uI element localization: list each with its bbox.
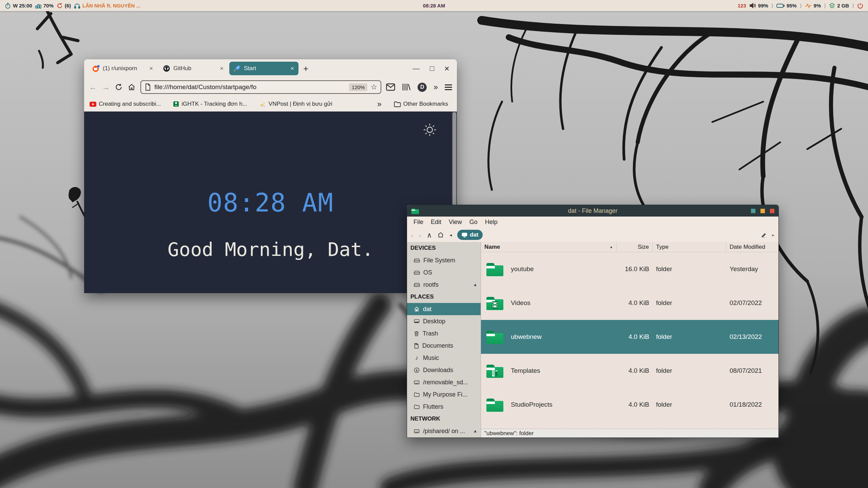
tab-unixporn[interactable]: (1) r/unixporn ×	[88, 62, 157, 75]
tab-close-icon[interactable]: ×	[289, 65, 295, 72]
tab-close-icon[interactable]: ×	[219, 65, 225, 72]
back-button[interactable]: ←	[89, 83, 97, 91]
forward-button[interactable]: →	[102, 83, 110, 91]
sort-ascending-icon: ▲	[610, 245, 613, 249]
fm-path-button[interactable]: dat	[457, 230, 483, 240]
fm-home-button[interactable]	[437, 231, 444, 238]
fm-close-button[interactable]	[770, 209, 774, 213]
ram-module[interactable]: 2 GB	[829, 3, 849, 9]
sidebar-item-flutters[interactable]: Flutters	[407, 401, 481, 413]
tab-close-icon[interactable]: ×	[148, 65, 154, 72]
sidebar-item-file-system[interactable]: File System	[407, 254, 481, 266]
sidebar-header-places: PLACES	[407, 291, 481, 303]
bookmark-youtube[interactable]: Creating and subscribi...	[90, 101, 161, 107]
power-icon[interactable]	[857, 3, 863, 9]
fm-menu-bar: File Edit View Go Help	[407, 217, 778, 228]
bookmarks-overflow-icon[interactable]: »	[377, 100, 382, 109]
browser-tab-bar: (1) r/unixporn × GitHub × Start × + — □ …	[84, 59, 457, 78]
startpage-content: 08:28 AM Good Morning, Dat.	[84, 111, 457, 293]
tab-github[interactable]: GitHub ×	[159, 62, 228, 75]
rocket-favicon	[233, 65, 241, 72]
overflow-chevron-icon[interactable]: »	[433, 83, 438, 92]
pomodoro-module[interactable]: W 25:00	[5, 3, 32, 9]
other-bookmarks[interactable]: Other Bookmarks	[394, 101, 451, 107]
bookmark-ightk[interactable]: iGHTK - Tracking đơn h...	[173, 101, 247, 107]
bookmark-star-icon[interactable]: ☆	[370, 83, 377, 92]
tab-start[interactable]: Start ×	[229, 62, 298, 75]
sidebar-item-rootfs[interactable]: rootfs ▲	[407, 279, 481, 291]
drive-icon	[414, 282, 420, 287]
startpage-greeting: Good Morning, Dat.	[84, 238, 457, 260]
sidebar-item-downloads[interactable]: Downloads	[407, 364, 481, 376]
file-row-ubwebnew[interactable]: ubwebnew 4.0 KiB folder 02/13/2022	[481, 320, 778, 354]
reload-button[interactable]	[115, 83, 123, 91]
fm-forward-button[interactable]: ›	[419, 231, 421, 239]
sidebar-item-trash[interactable]: Trash	[407, 327, 481, 340]
fm-status-bar: "ubwebnew": folder	[481, 429, 778, 438]
new-tab-button[interactable]: +	[303, 64, 308, 73]
notification-count[interactable]: 123	[738, 3, 746, 8]
fm-minimize-button[interactable]	[751, 209, 755, 213]
scrollbar-thumb[interactable]	[452, 112, 456, 209]
darkreader-extension-icon[interactable]: D	[418, 83, 427, 92]
now-playing-module[interactable]: LÂN NHÃ ft. NGUYÊN ...	[74, 3, 140, 9]
bookmark-vnpost[interactable]: VNPost | Định vị bưu gửi	[259, 101, 332, 107]
sidebar-item-pishared[interactable]: /pishared/ on ... ▲	[407, 425, 481, 437]
layers-icon	[829, 3, 835, 9]
file-row-youtube[interactable]: youtube 16.0 KiB folder Yesterday	[481, 252, 778, 286]
fm-path-caret-icon[interactable]: ◂	[449, 233, 452, 237]
usage-module[interactable]: 70%	[35, 3, 54, 8]
file-row-videos[interactable]: Videos 4.0 KiB folder 02/07/2022	[481, 286, 778, 320]
documents-icon	[414, 343, 419, 349]
eject-icon[interactable]: ▲	[473, 282, 477, 287]
tab-label: (1) r/unixporn	[103, 65, 145, 72]
sidebar-item-documents[interactable]: Documents	[407, 340, 481, 352]
column-header-type[interactable]: Type	[653, 242, 726, 252]
maximize-button[interactable]: □	[430, 64, 434, 73]
url-bar[interactable]: file:///home/dat/Custom/startpage/fo 120…	[140, 80, 381, 94]
sidebar-item-my-purpose[interactable]: My Purpose Fi...	[407, 388, 481, 401]
column-header-size[interactable]: Size	[617, 242, 653, 252]
battery-module[interactable]: 95%	[776, 3, 797, 8]
volume-module[interactable]: 99%	[749, 3, 768, 8]
sidebar-item-desktop[interactable]: Desktop	[407, 315, 481, 327]
mail-icon[interactable]	[386, 83, 395, 91]
drive-icon	[414, 270, 420, 275]
folder-icon	[486, 261, 504, 277]
menu-file[interactable]: File	[410, 218, 426, 227]
menu-help[interactable]: Help	[482, 218, 501, 227]
sidebar-item-dat[interactable]: dat	[407, 303, 481, 315]
file-row-studioprojects[interactable]: StudioProjects 4.0 KiB folder 01/18/2022	[481, 388, 778, 422]
timer-icon	[5, 3, 11, 9]
cpu-module[interactable]: 9%	[805, 3, 821, 8]
theme-toggle-sun-icon[interactable]	[422, 122, 437, 137]
fm-title-bar[interactable]: dat - File Manager	[407, 205, 778, 217]
menu-edit[interactable]: Edit	[428, 218, 444, 227]
fm-file-pane: Name ▲ Size Type Date Modified youtube 1…	[481, 242, 778, 438]
menu-view[interactable]: View	[446, 218, 465, 227]
sidebar-item-music[interactable]: ♪ Music	[407, 352, 481, 364]
refresh-icon	[57, 3, 63, 9]
fm-maximize-button[interactable]	[760, 209, 765, 213]
library-icon[interactable]	[402, 83, 411, 91]
fm-toolbar-expander-icon[interactable]: ▸	[772, 233, 774, 237]
file-row-templates[interactable]: Templates 4.0 KiB folder 08/07/2021	[481, 354, 778, 388]
minimize-button[interactable]: —	[412, 64, 420, 73]
zoom-badge[interactable]: 120%	[349, 83, 367, 91]
panel-clock: 08:28 AM	[423, 3, 445, 8]
battery-icon	[776, 3, 785, 8]
sidebar-item-os[interactable]: OS	[407, 266, 481, 279]
updates-module[interactable]: (6)	[57, 3, 71, 9]
menu-go[interactable]: Go	[466, 218, 481, 227]
column-header-name[interactable]: Name ▲	[481, 242, 617, 252]
close-button[interactable]: ×	[444, 63, 449, 74]
home-button[interactable]	[128, 83, 136, 91]
sidebar-item-removable-sd[interactable]: /removable_sd...	[407, 376, 481, 388]
fm-up-button[interactable]: ∧	[427, 231, 432, 239]
menu-button[interactable]	[445, 84, 452, 90]
eject-icon[interactable]: ▲	[473, 429, 477, 433]
url-text: file:///home/dat/Custom/startpage/fo	[154, 83, 346, 91]
fm-back-button[interactable]: ‹	[411, 231, 413, 239]
column-header-date-modified[interactable]: Date Modified	[726, 242, 778, 252]
fm-edit-toolbar-icon[interactable]	[761, 232, 767, 238]
